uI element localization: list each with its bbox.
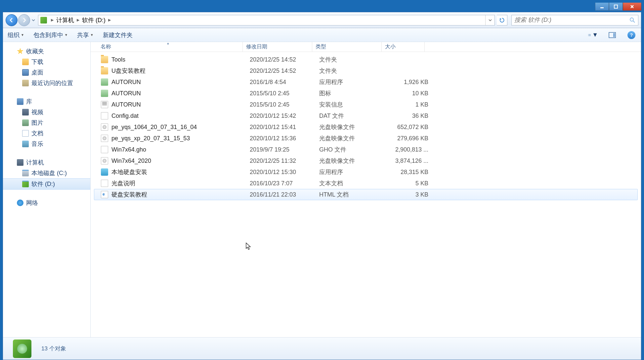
file-date: 2016/10/23 7:07 xyxy=(250,180,319,187)
file-name: Win7x64.gho xyxy=(111,146,146,153)
favorites-group: 收藏夹 下载 桌面 最近访问的位置 xyxy=(3,46,90,88)
breadcrumb-computer[interactable]: 计算机 xyxy=(56,15,75,25)
caret-down-icon: ▼ xyxy=(90,33,94,37)
computer-group: 计算机 本地磁盘 (C:) 软件 (D:) xyxy=(3,157,90,190)
file-row[interactable]: AUTORUN2016/1/8 4:54应用程序1,926 KB xyxy=(94,76,638,88)
share-button[interactable]: 共享 ▼ xyxy=(77,31,94,39)
view-options-button[interactable]: ▼ xyxy=(588,30,598,40)
help-button[interactable]: ? xyxy=(626,30,636,40)
file-type-icon xyxy=(101,67,108,74)
search-input[interactable] xyxy=(514,17,629,23)
search-box[interactable] xyxy=(511,15,638,25)
address-bar[interactable]: ▶ 计算机 ▶ 软件 (D:) ▶ xyxy=(38,15,495,25)
svg-rect-5 xyxy=(588,35,588,35)
close-button[interactable] xyxy=(623,3,641,11)
file-row[interactable]: Win7x64.gho2019/9/7 19:25GHO 文件2,900,813… xyxy=(94,144,638,155)
organize-button[interactable]: 组织 ▼ xyxy=(8,31,24,39)
sidebar-documents[interactable]: 文档 xyxy=(3,128,90,139)
command-toolbar: 组织 ▼ 包含到库中 ▼ 共享 ▼ 新建文件夹 ▼ ? xyxy=(3,28,641,42)
sidebar-libraries[interactable]: 库 xyxy=(3,96,90,107)
column-header-type[interactable]: 类型 xyxy=(312,42,382,52)
file-name: 本地硬盘安装 xyxy=(111,168,147,176)
file-row[interactable]: 本地硬盘安装2020/10/12 15:30应用程序28,315 KB xyxy=(94,166,638,178)
sidebar-item-label: 下载 xyxy=(31,58,43,66)
sort-ascending-icon: ▲ xyxy=(167,42,170,45)
sidebar-downloads[interactable]: 下载 xyxy=(3,57,90,67)
column-header-date[interactable]: 修改日期 xyxy=(243,42,312,52)
chevron-right-icon[interactable]: ▶ xyxy=(106,18,113,22)
window-controls xyxy=(595,3,641,11)
new-folder-button[interactable]: 新建文件夹 xyxy=(103,31,133,39)
history-dropdown-icon[interactable] xyxy=(31,18,36,23)
file-row[interactable]: pe_yqs_1064_20_07_31_16_042020/10/12 15:… xyxy=(94,121,638,133)
svg-point-2 xyxy=(630,18,633,21)
file-date: 2015/5/10 2:45 xyxy=(250,101,319,108)
sidebar-drive-d[interactable]: 软件 (D:) xyxy=(3,178,90,190)
column-header-size[interactable]: 大小 xyxy=(382,42,425,52)
share-label: 共享 xyxy=(77,31,89,39)
file-size: 3 KB xyxy=(389,191,428,198)
file-name: U盘安装教程 xyxy=(111,67,146,75)
file-type-icon xyxy=(101,78,108,86)
chevron-right-icon[interactable]: ▶ xyxy=(75,18,81,22)
forward-button[interactable] xyxy=(18,14,30,26)
preview-pane-button[interactable] xyxy=(607,30,617,40)
file-row[interactable]: 硬盘安装教程2016/11/21 22:03HTML 文档3 KB xyxy=(94,189,638,200)
file-type-icon xyxy=(101,135,108,142)
file-type-icon xyxy=(101,168,108,176)
file-date: 2020/12/25 11:32 xyxy=(250,158,319,164)
column-header-name[interactable]: 名称 ▲ xyxy=(91,42,243,52)
sidebar-pictures[interactable]: 图片 xyxy=(3,117,90,128)
refresh-button[interactable] xyxy=(497,15,507,25)
network-label: 网络 xyxy=(26,199,38,207)
file-row[interactable]: Win7x64_20202020/12/25 11:32光盘映像文件3,874,… xyxy=(94,155,638,166)
file-name: pe_yqs_xp_20_07_31_15_53 xyxy=(111,135,190,142)
svg-rect-4 xyxy=(589,34,591,34)
back-button[interactable] xyxy=(6,14,18,26)
sidebar-recent[interactable]: 最近访问的位置 xyxy=(3,78,90,88)
file-row[interactable]: 光盘说明2016/10/23 7:07文本文档5 KB xyxy=(94,178,638,189)
sidebar-drive-c[interactable]: 本地磁盘 (C:) xyxy=(3,168,90,178)
star-icon xyxy=(17,48,23,55)
chevron-right-icon[interactable]: ▶ xyxy=(49,18,56,22)
sidebar-music[interactable]: 音乐 xyxy=(3,139,90,149)
file-row[interactable]: Config.dat2020/10/12 15:42DAT 文件36 KB xyxy=(94,110,638,121)
file-list[interactable]: Tools2020/12/25 14:52文件夹U盘安装教程2020/12/25… xyxy=(91,52,641,337)
file-date: 2015/5/10 2:45 xyxy=(250,90,319,97)
file-row[interactable]: U盘安装教程2020/12/25 14:52文件夹 xyxy=(94,65,638,76)
file-date: 2020/12/25 14:52 xyxy=(250,68,319,74)
column-date-label: 修改日期 xyxy=(246,43,267,50)
file-date: 2019/9/7 19:25 xyxy=(250,146,319,153)
file-name: Win7x64_2020 xyxy=(111,158,151,164)
file-row[interactable]: AUTORUN2015/5/10 2:45图标10 KB xyxy=(94,88,638,99)
file-size: 5 KB xyxy=(389,180,428,187)
file-name: AUTORUN xyxy=(111,79,141,86)
file-type: 安装信息 xyxy=(319,101,389,109)
svg-rect-6 xyxy=(589,35,591,35)
file-row[interactable]: AUTORUN2015/5/10 2:45安装信息1 KB xyxy=(94,99,638,110)
libraries-group: 库 视频 图片 文档 音乐 xyxy=(3,96,90,149)
file-row[interactable]: pe_yqs_xp_20_07_31_15_532020/10/12 15:36… xyxy=(94,133,638,144)
file-type-icon xyxy=(101,112,108,119)
caret-down-icon: ▼ xyxy=(64,33,68,37)
sidebar-desktop[interactable]: 桌面 xyxy=(3,67,90,78)
sidebar-favorites[interactable]: 收藏夹 xyxy=(3,46,90,57)
include-in-library-button[interactable]: 包含到库中 ▼ xyxy=(33,31,68,39)
file-date: 2020/12/25 14:52 xyxy=(250,56,319,63)
minimize-button[interactable] xyxy=(595,3,609,11)
file-size: 279,696 KB xyxy=(389,135,428,142)
file-type: 光盘映像文件 xyxy=(319,123,389,131)
sidebar-network[interactable]: 网络 xyxy=(3,198,90,208)
file-row[interactable]: Tools2020/12/25 14:52文件夹 xyxy=(94,54,638,65)
maximize-button[interactable] xyxy=(609,3,623,11)
address-dropdown-icon[interactable] xyxy=(485,15,494,25)
caret-down-icon: ▼ xyxy=(592,31,598,38)
sidebar-computer[interactable]: 计算机 xyxy=(3,157,90,168)
sidebar-videos[interactable]: 视频 xyxy=(3,107,90,117)
breadcrumb-drive-d[interactable]: 软件 (D:) xyxy=(81,15,106,25)
file-size: 10 KB xyxy=(389,90,428,97)
navigation-bar: ▶ 计算机 ▶ 软件 (D:) ▶ xyxy=(3,12,641,28)
file-type: 文件夹 xyxy=(319,67,389,75)
file-name: AUTORUN xyxy=(111,90,141,97)
file-name: pe_yqs_1064_20_07_31_16_04 xyxy=(111,124,197,131)
